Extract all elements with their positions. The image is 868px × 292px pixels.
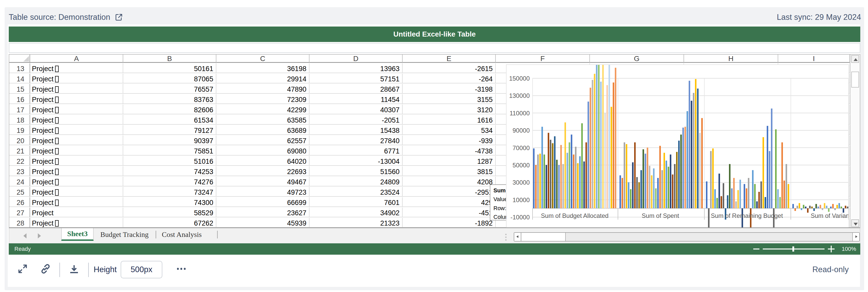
svg-text:110000: 110000 — [509, 110, 530, 117]
svg-text:Sum of Variance: Sum of Variance — [811, 212, 849, 219]
svg-text:130000: 130000 — [509, 92, 530, 99]
svg-text:30000: 30000 — [513, 179, 530, 186]
svg-text:10000: 10000 — [513, 197, 530, 203]
svg-text:70000: 70000 — [513, 144, 530, 151]
svg-text:150000: 150000 — [509, 75, 530, 82]
svg-text:90000: 90000 — [513, 127, 530, 134]
svg-text:-10000: -10000 — [510, 214, 530, 221]
svg-text:50000: 50000 — [513, 162, 530, 169]
svg-text:Sum of Remaining Budget: Sum of Remaining Budget — [711, 212, 783, 219]
svg-text:Sum of Budget Allocated: Sum of Budget Allocated — [541, 212, 609, 219]
svg-text:Sum of Spent: Sum of Spent — [642, 212, 679, 219]
